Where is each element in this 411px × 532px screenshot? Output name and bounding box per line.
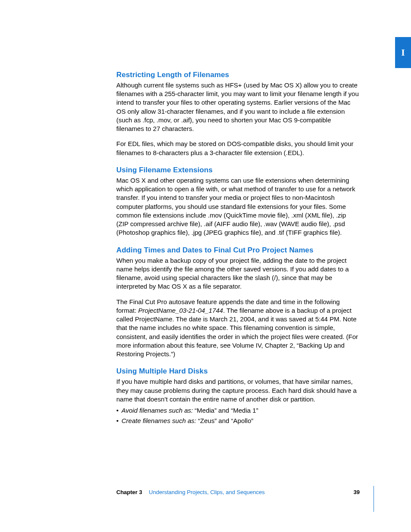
body-paragraph: When you make a backup copy of your proj… [116, 256, 360, 291]
list-item: Create filenames such as: “Zeus” and “Ap… [121, 417, 360, 425]
margin-rule [374, 486, 374, 512]
section-filename-extensions: Using Filename Extensions Mac OS X and o… [116, 165, 360, 237]
page-content: Restricting Length of Filenames Although… [116, 70, 360, 434]
list-item: Avoid filenames such as: “Media” and “Me… [121, 406, 360, 415]
bullet-text: “Media” and “Media 1” [195, 407, 258, 414]
heading: Using Filename Extensions [116, 165, 360, 175]
bullet-text: “Zeus” and “Apollo” [198, 417, 253, 424]
bullet-label: Avoid filenames such as: [121, 407, 195, 414]
body-paragraph: Mac OS X and other operating systems can… [116, 176, 360, 237]
body-paragraph: If you have multiple hard disks and part… [116, 377, 360, 404]
heading: Using Multiple Hard Disks [116, 367, 360, 376]
chapter-number: Chapter 3 [116, 489, 142, 495]
page-footer: Chapter 3 Understanding Projects, Clips,… [116, 488, 360, 496]
chapter-title: Understanding Projects, Clips, and Seque… [149, 489, 265, 495]
bullet-label: Create filenames such as: [121, 417, 198, 424]
example-filename: ProjectName_03-21-04_1744 [138, 307, 223, 314]
section-tab: I [395, 37, 411, 68]
body-paragraph: Although current file systems such as HF… [116, 81, 360, 134]
text-run: . The filename above is a backup of a pr… [116, 307, 358, 358]
section-times-dates: Adding Times and Dates to Final Cut Pro … [116, 246, 360, 359]
footer-left: Chapter 3 Understanding Projects, Clips,… [116, 488, 265, 496]
bullet-list: Avoid filenames such as: “Media” and “Me… [116, 406, 360, 426]
section-restricting-length: Restricting Length of Filenames Although… [116, 70, 360, 157]
body-paragraph: The Final Cut Pro autosave feature appen… [116, 298, 360, 359]
heading: Restricting Length of Filenames [116, 70, 360, 80]
body-paragraph: For EDL files, which may be stored on DO… [116, 140, 360, 157]
page-number: 39 [354, 488, 360, 496]
section-multiple-disks: Using Multiple Hard Disks If you have mu… [116, 367, 360, 425]
heading: Adding Times and Dates to Final Cut Pro … [116, 246, 360, 255]
